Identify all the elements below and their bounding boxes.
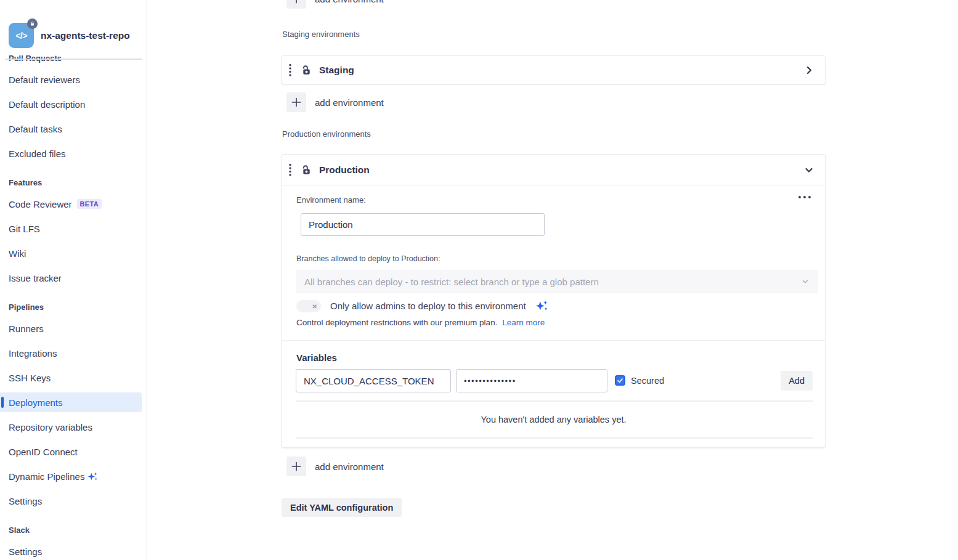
premium-plan-text: Control deployment restrictions with our… bbox=[296, 318, 497, 327]
sidebar-item-default-description[interactable]: Default description bbox=[0, 94, 142, 114]
drag-handle-icon[interactable] bbox=[289, 63, 291, 77]
sidebar-heading-features: Features bbox=[0, 172, 142, 192]
sidebar-item-pipelines-settings[interactable]: Settings bbox=[0, 491, 142, 511]
deployments-settings-content: add environment Staging environments Sta… bbox=[282, 0, 826, 560]
sidebar-section-divider bbox=[5, 59, 142, 60]
environment-name-label: Environment name: bbox=[296, 195, 366, 205]
chevron-down-icon[interactable] bbox=[804, 165, 814, 175]
sidebar-item-dynamic-pipelines[interactable]: Dynamic Pipelines bbox=[0, 466, 142, 486]
sidebar-heading-pipelines: Pipelines bbox=[0, 297, 142, 317]
edit-yaml-configuration-button[interactable]: Edit YAML configuration bbox=[282, 498, 402, 517]
sidebar-item-slack-settings[interactable]: Settings bbox=[0, 542, 142, 560]
variable-value-input[interactable]: •••••••••••••• bbox=[456, 369, 607, 392]
secured-checkbox[interactable] bbox=[615, 375, 625, 386]
sidebar-item-default-tasks[interactable]: Default tasks bbox=[0, 119, 142, 139]
production-panel-header[interactable]: Production bbox=[282, 155, 825, 185]
chevron-right-icon[interactable] bbox=[804, 65, 814, 75]
variables-empty-text: You haven't added any variables yet. bbox=[282, 415, 825, 424]
sidebar-item-wiki[interactable]: Wiki bbox=[0, 243, 142, 263]
repo-avatar: </> bbox=[9, 23, 34, 48]
active-indicator-bar bbox=[1, 397, 4, 408]
secured-label: Secured bbox=[631, 376, 664, 386]
code-icon: </> bbox=[15, 31, 27, 41]
admin-only-toggle-label: Only allow admins to deploy to this envi… bbox=[330, 301, 526, 311]
drag-handle-icon[interactable] bbox=[289, 163, 291, 177]
repo-header: </> nx-agents-test-repo bbox=[9, 23, 130, 48]
sidebar-item-openid-connect[interactable]: OpenID Connect bbox=[0, 442, 142, 461]
more-options-icon[interactable] bbox=[798, 195, 811, 199]
plus-icon bbox=[286, 92, 306, 112]
sidebar-item-code-reviewer[interactable]: Code Reviewer BETA bbox=[0, 194, 142, 214]
sidebar-item-default-reviewers[interactable]: Default reviewers bbox=[0, 70, 142, 89]
repo-name: nx-agents-test-repo bbox=[41, 30, 130, 41]
sidebar-item-integrations[interactable]: Integrations bbox=[0, 343, 142, 363]
variables-heading: Variables bbox=[296, 352, 337, 363]
learn-more-link[interactable]: Learn more bbox=[502, 318, 545, 327]
toggle-x-icon: ✕ bbox=[312, 302, 317, 309]
unlock-icon bbox=[299, 164, 312, 176]
sparkles-icon bbox=[87, 471, 98, 482]
sidebar-item-deployments[interactable]: Deployments bbox=[0, 392, 142, 412]
production-panel-body: Environment name: Production Branches al… bbox=[282, 185, 825, 341]
premium-plan-text-row: Control deployment restrictions with our… bbox=[296, 318, 545, 327]
variables-divider bbox=[296, 400, 813, 402]
sidebar-item-issue-tracker[interactable]: Issue tracker bbox=[0, 268, 142, 288]
add-environment-button-clipped[interactable]: add environment bbox=[286, 0, 384, 9]
variables-divider bbox=[296, 437, 813, 439]
sidebar-item-ssh-keys[interactable]: SSH Keys bbox=[0, 368, 142, 388]
select-chevron-down-icon bbox=[802, 278, 809, 285]
unlock-icon bbox=[299, 64, 312, 76]
production-section-label: Production environments bbox=[282, 129, 371, 139]
settings-sidebar: </> nx-agents-test-repo Pull Requests De… bbox=[0, 0, 147, 560]
admin-only-toggle[interactable]: ✕ bbox=[296, 300, 321, 312]
plus-icon bbox=[286, 0, 306, 9]
staging-environment-card[interactable]: Staging bbox=[282, 55, 826, 84]
plus-icon bbox=[286, 457, 306, 476]
sidebar-item-excluded-files[interactable]: Excluded files bbox=[0, 144, 142, 163]
secured-checkbox-row[interactable]: Secured bbox=[615, 375, 664, 386]
beta-badge: BETA bbox=[77, 199, 102, 209]
production-title: Production bbox=[319, 164, 370, 176]
production-environment-panel: Production Environment name: Production … bbox=[282, 154, 826, 448]
add-variable-button[interactable]: Add bbox=[781, 371, 813, 391]
branches-select[interactable]: All branches can deploy - to restrict: s… bbox=[296, 270, 818, 293]
branches-allowed-label: Branches allowed to deploy to Production… bbox=[296, 254, 440, 263]
private-repo-lock-icon bbox=[27, 18, 38, 29]
admin-only-toggle-row: ✕ Only allow admins to deploy to this en… bbox=[296, 299, 548, 312]
sidebar-item-git-lfs[interactable]: Git LFS bbox=[0, 219, 142, 238]
sidebar-item-runners[interactable]: Runners bbox=[0, 319, 142, 338]
variables-section: Variables NX_CLOUD_ACCESS_TOKEN ••••••••… bbox=[282, 341, 825, 447]
staging-title: Staging bbox=[319, 65, 354, 76]
sparkles-icon bbox=[535, 299, 548, 312]
sidebar-item-repository-variables[interactable]: Repository variables bbox=[0, 417, 142, 437]
add-production-environment-button[interactable]: add environment bbox=[286, 457, 384, 476]
environment-name-input[interactable]: Production bbox=[301, 213, 545, 236]
staging-section-label: Staging environments bbox=[282, 30, 360, 39]
add-staging-environment-button[interactable]: add environment bbox=[286, 92, 384, 112]
variable-name-input[interactable]: NX_CLOUD_ACCESS_TOKEN bbox=[296, 369, 451, 392]
sidebar-heading-slack: Slack bbox=[0, 520, 142, 540]
